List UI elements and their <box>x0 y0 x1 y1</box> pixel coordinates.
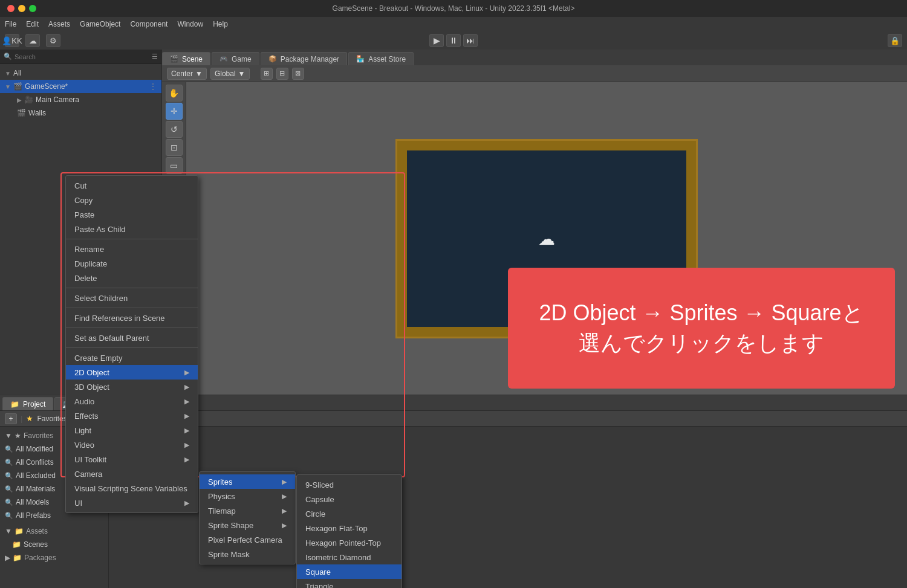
global-dropdown[interactable]: Global ▼ <box>210 68 250 80</box>
hierarchy-item-maincamera[interactable]: ▶ 🎥 Main Camera <box>0 93 161 106</box>
favorites-label: Favorites <box>24 431 53 440</box>
submenu-sprite-mask-label: Sprite Mask <box>208 550 250 559</box>
search-icon5: 🔍 <box>5 499 13 506</box>
ctx-sep1 <box>66 239 198 239</box>
hierarchy-gamescene-more[interactable]: ⋮ <box>149 82 157 91</box>
center-dropdown[interactable]: Center ▼ <box>167 68 207 80</box>
ctx-create-empty[interactable]: Create Empty <box>66 351 198 365</box>
ctx-cut[interactable]: Cut <box>66 178 198 193</box>
tab-asset-store[interactable]: 🏪 Asset Store <box>348 52 414 65</box>
grid-btn[interactable]: ⊞ <box>261 68 273 80</box>
submenu-physics[interactable]: Physics ▶ <box>200 489 295 503</box>
ctx-paste-as-child[interactable]: Paste As Child <box>66 222 198 236</box>
sprite-circle[interactable]: Circle <box>297 506 401 521</box>
submenu-sprite-shape[interactable]: Sprite Shape ▶ <box>200 518 295 532</box>
ctx-copy[interactable]: Copy <box>66 193 198 207</box>
menu-edit[interactable]: Edit <box>26 20 39 28</box>
ctx-paste[interactable]: Paste <box>66 207 198 222</box>
move-tool[interactable]: ✛ <box>166 103 183 120</box>
ctx-paste-as-child-label: Paste As Child <box>74 225 126 234</box>
ctx-camera[interactable]: Camera <box>66 467 198 481</box>
sprite-isometric-diamond[interactable]: Isometric Diamond <box>297 550 401 564</box>
ctx-audio-label: Audio <box>74 397 94 406</box>
ctx-delete[interactable]: Delete <box>66 271 198 285</box>
ctx-effects-label: Effects <box>74 412 99 421</box>
submenu-physics-arrow: ▶ <box>282 493 287 500</box>
tab-scene[interactable]: 🎬 Scene <box>162 52 210 65</box>
scenes-folder-icon: 📁 <box>12 540 21 549</box>
star-icon: ★ <box>15 431 21 440</box>
ctx-ui-toolkit[interactable]: UI Toolkit ▶ <box>66 452 198 467</box>
hierarchy-tree: ▼ All ▼ 🎬 GameScene* ⋮ ▶ 🎥 Main Camera 🎬… <box>0 64 161 122</box>
tab-package-manager[interactable]: 📦 Package Manager <box>261 52 347 65</box>
menu-gameobject[interactable]: GameObject <box>80 20 120 28</box>
sprite-hexagon-pointed[interactable]: Hexagon Pointed-Top <box>297 535 401 550</box>
submenu-sprites[interactable]: Sprites ▶ 9-Sliced Capsule Circle <box>200 474 295 489</box>
ctx-audio[interactable]: Audio ▶ <box>66 394 198 409</box>
rotate-tool[interactable]: ↺ <box>166 121 183 138</box>
sidebar-scenes[interactable]: 📁 Scenes <box>0 538 108 551</box>
sprite-capsule[interactable]: Capsule <box>297 492 401 506</box>
step-button[interactable]: ⏭ <box>463 34 478 47</box>
submenu-tilemap[interactable]: Tilemap ▶ <box>200 503 295 518</box>
submenu-sprite-mask[interactable]: Sprite Mask <box>200 547 295 561</box>
scale-tool[interactable]: ⊡ <box>166 139 183 156</box>
search-icon: 🔍 <box>5 445 13 453</box>
cloud-button[interactable]: ☁ <box>25 34 40 47</box>
ctx-delete-label: Delete <box>74 274 97 283</box>
ctx-2d-object[interactable]: 2D Object ▶ Sprites ▶ 9-Sliced Capsule <box>66 365 198 380</box>
submenu-pixel-perfect-camera[interactable]: Pixel Perfect Camera <box>200 532 295 547</box>
maximize-button[interactable] <box>29 5 36 12</box>
sprite-square-label: Square <box>305 567 331 577</box>
hand-tool[interactable]: ✋ <box>166 85 183 102</box>
close-button[interactable] <box>7 5 15 12</box>
sprite-triangle[interactable]: Triangle <box>297 579 401 588</box>
sprite-9sliced[interactable]: 9-Sliced <box>297 477 401 492</box>
menu-file[interactable]: File <box>5 20 16 28</box>
ctx-effects[interactable]: Effects ▶ <box>66 409 198 423</box>
menu-assets[interactable]: Assets <box>48 20 70 28</box>
ctx-select-children[interactable]: Select Children <box>66 291 198 305</box>
ctx-3d-object[interactable]: 3D Object ▶ <box>66 380 198 394</box>
ctx-copy-label: Copy <box>74 196 93 205</box>
gizmo-btn[interactable]: ⊠ <box>292 68 304 80</box>
toolbar-row: 👤 KK ☁ ⚙ ▶ ⏸ ⏭ 🔒 <box>0 31 907 50</box>
search-icon4: 🔍 <box>5 485 13 493</box>
rect-tool[interactable]: ▭ <box>166 157 183 174</box>
menu-window[interactable]: Window <box>177 20 203 28</box>
ctx-find-refs[interactable]: Find References in Scene <box>66 311 198 325</box>
hierarchy-item-walls[interactable]: 🎬 Walls <box>0 106 161 120</box>
hierarchy-search-input[interactable] <box>15 53 149 60</box>
global-label: Global <box>215 69 236 78</box>
hierarchy-item-all[interactable]: ▼ All <box>0 66 161 80</box>
ctx-ui-arrow: ▶ <box>184 499 189 507</box>
ctx-set-default-parent[interactable]: Set as Default Parent <box>66 331 198 345</box>
settings-button[interactable]: ⚙ <box>46 34 60 47</box>
ctx-ui[interactable]: UI ▶ <box>66 496 198 510</box>
add-asset-button[interactable]: + <box>5 413 17 424</box>
ctx-duplicate[interactable]: Duplicate <box>66 256 198 271</box>
account-button[interactable]: 👤 KK <box>5 34 19 47</box>
sprite-hexagon-flat[interactable]: Hexagon Flat-Top <box>297 521 401 535</box>
hierarchy-item-gamescene[interactable]: ▼ 🎬 GameScene* ⋮ <box>0 80 161 93</box>
account-label: KK <box>11 36 22 45</box>
snap-btn[interactable]: ⊟ <box>276 68 288 80</box>
tab-project[interactable]: 📁 Project <box>2 397 53 410</box>
context-menu-overlay: Cut Copy Paste Paste As Child Rename Dup… <box>65 175 198 513</box>
ctx-light[interactable]: Light ▶ <box>66 423 198 438</box>
tab-game[interactable]: 🎮 Game <box>212 52 259 65</box>
ctx-rename[interactable]: Rename <box>66 242 198 256</box>
ctx-visual-scripting[interactable]: Visual Scripting Scene Variables <box>66 481 198 496</box>
play-button[interactable]: ▶ <box>429 34 444 47</box>
pause-button[interactable]: ⏸ <box>446 34 461 47</box>
ctx-video[interactable]: Video ▶ <box>66 438 198 452</box>
menu-help[interactable]: Help <box>213 20 228 28</box>
menu-component[interactable]: Component <box>130 20 167 28</box>
ctx-audio-arrow: ▶ <box>184 398 189 405</box>
title-bar: GameScene - Breakout - Windows, Mac, Lin… <box>0 0 907 17</box>
sprite-square[interactable]: Square <box>297 564 401 579</box>
ctx-light-label: Light <box>74 426 91 435</box>
search-icon: 🔍 <box>4 53 12 60</box>
minimize-button[interactable] <box>18 5 25 12</box>
ctx-find-refs-label: Find References in Scene <box>74 314 165 323</box>
